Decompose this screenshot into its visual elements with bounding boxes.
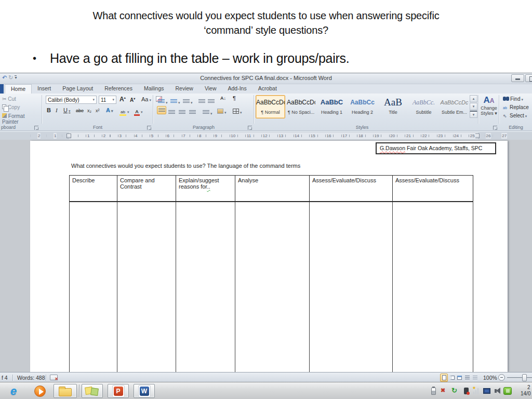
font-size-combo[interactable]: 11	[99, 96, 116, 104]
change-case-button[interactable]: Aa	[141, 96, 151, 102]
titlebar[interactable]: Connectives for SPC GA final.docx - Micr…	[0, 73, 532, 84]
underline-button[interactable]: U	[63, 107, 70, 113]
style--normal[interactable]: AaBbCcDc¶ Normal	[256, 95, 285, 118]
ruler-strip[interactable]: 2112345678910111213141516171819202122232…	[30, 132, 508, 139]
strikethrough-button[interactable]: abe	[76, 108, 84, 113]
media-player-icon[interactable]	[34, 385, 46, 397]
page-indicator[interactable]: f 4	[2, 375, 8, 381]
line-spacing-button[interactable]	[203, 108, 212, 117]
indent-marker[interactable]	[66, 134, 71, 138]
paragraph-dialog-launcher[interactable]	[248, 126, 252, 130]
font-color-button[interactable]: A	[134, 106, 143, 116]
zoom-slider-handle[interactable]	[522, 374, 527, 381]
style-title[interactable]: AaBTitle	[378, 95, 408, 118]
powerpoint-taskbar-button[interactable]	[108, 384, 129, 398]
sync-icon[interactable]: ↻	[451, 387, 457, 394]
tab-add-ins[interactable]: Add-Ins	[222, 84, 252, 94]
highlight-button[interactable]: ab	[119, 106, 129, 116]
tab-home[interactable]: Home	[5, 84, 32, 94]
bold-button[interactable]: B	[47, 107, 51, 113]
explorer-taskbar-button[interactable]	[54, 384, 77, 398]
justify-button[interactable]	[189, 108, 196, 117]
table-header-cell[interactable]: Assess/Evaluate/Discuss	[310, 176, 393, 202]
zoom-slider-track[interactable]	[507, 377, 532, 378]
sort-button[interactable]: A↓	[220, 96, 226, 101]
right-margin-marker[interactable]	[475, 134, 480, 138]
cut-button[interactable]: Cut	[2, 96, 16, 102]
zoom-out-button[interactable]	[498, 374, 505, 381]
tab-view[interactable]: View	[199, 84, 222, 94]
table-header-cell[interactable]: Compare and Contrast	[117, 176, 176, 202]
select-button[interactable]: ⇖Select	[503, 113, 527, 118]
tab-acrobat[interactable]: Acrobat	[252, 84, 283, 94]
numbering-button[interactable]	[170, 97, 180, 106]
view-draft-button[interactable]	[471, 374, 479, 382]
style-heading-2[interactable]: AaBbCcHeading 2	[348, 95, 377, 118]
replace-button[interactable]: abReplace	[503, 104, 529, 110]
tab-references[interactable]: References	[99, 84, 138, 94]
table-header-cell[interactable]: Explain/suggest reasons for..	[176, 176, 235, 202]
table-body-cell[interactable]	[310, 202, 393, 372]
device-icon[interactable]	[464, 388, 469, 394]
speaker-icon[interactable]	[495, 389, 497, 393]
table-body-cell[interactable]	[117, 202, 176, 372]
increase-indent-button[interactable]	[208, 97, 215, 106]
align-right-button[interactable]	[179, 108, 185, 117]
italic-button[interactable]: I	[56, 107, 58, 113]
style--no-spaci-[interactable]: AaBbCcDc¶ No Spaci...	[286, 95, 316, 118]
style-subtle-em-[interactable]: AaBbCcDcSubtle Em...	[440, 95, 469, 118]
shading-button[interactable]	[217, 107, 227, 116]
clipboard-dialog-launcher[interactable]	[34, 126, 38, 130]
word-count[interactable]: Words: 488	[17, 375, 45, 381]
antivirus-icon[interactable]	[503, 387, 512, 395]
doc-table[interactable]: DescribeCompare and ContrastExplain/sugg…	[69, 175, 473, 372]
photo-viewer-taskbar-button[interactable]	[82, 384, 103, 398]
tab-insert[interactable]: Insert	[32, 84, 57, 94]
file-tab[interactable]	[0, 84, 4, 94]
align-left-button[interactable]	[157, 106, 166, 114]
shrink-font-button[interactable]: A▾	[130, 97, 135, 103]
view-fullscreen-reading-button[interactable]	[448, 374, 456, 382]
table-body-cell[interactable]	[70, 202, 117, 372]
tab-page-layout[interactable]: Page Layout	[57, 84, 99, 94]
table-header-cell[interactable]: Describe	[70, 176, 117, 202]
style-heading-1[interactable]: AaBbCHeading 1	[317, 95, 347, 118]
copy-button[interactable]: Copy	[2, 104, 20, 110]
minimize-button[interactable]	[511, 74, 524, 82]
font-dialog-launcher[interactable]	[147, 126, 151, 130]
network-signal-icon[interactable]	[473, 388, 480, 394]
change-styles-button[interactable]: AA Change Styles ▾	[479, 94, 499, 131]
battery-icon[interactable]	[431, 388, 436, 395]
font-family-combo[interactable]: Calibri (Body)	[46, 96, 97, 104]
table-header-cell[interactable]: Analyse	[235, 176, 310, 202]
word-taskbar-button[interactable]	[134, 384, 155, 398]
document-page[interactable]: G.Dawson Fair Oak Academy, Staffs, SPC W…	[30, 141, 508, 372]
proofing-error-icon[interactable]	[50, 375, 58, 380]
internet-explorer-icon[interactable]: e	[10, 384, 17, 398]
display-icon[interactable]	[483, 388, 490, 394]
table-body-cell[interactable]	[176, 202, 235, 372]
subscript-button[interactable]: x₂	[87, 108, 91, 113]
error-icon[interactable]: ✖	[441, 387, 445, 394]
format-painter-button[interactable]: Format Painter	[2, 113, 42, 125]
table-body-cell[interactable]	[235, 202, 310, 372]
multilevel-list-button[interactable]	[183, 97, 193, 106]
styles-expand[interactable]: ▾	[470, 111, 477, 118]
borders-button[interactable]	[233, 107, 242, 116]
view-web-layout-button[interactable]	[456, 374, 463, 382]
bullets-button[interactable]	[158, 97, 168, 106]
styles-dialog-launcher[interactable]	[493, 126, 497, 130]
header-text-box[interactable]: G.Dawson Fair Oak Academy, Staffs, SPC	[376, 142, 496, 154]
align-center-button[interactable]	[168, 108, 175, 117]
taskbar-clock[interactable]: 2 14/0	[521, 384, 532, 398]
view-print-layout-button[interactable]	[440, 374, 448, 382]
maximize-button[interactable]	[525, 74, 532, 82]
tab-mailings[interactable]: Mailings	[138, 84, 170, 94]
superscript-button[interactable]: x²	[96, 108, 100, 113]
table-header-cell[interactable]: Assess/Evaluate/Discuss	[393, 176, 473, 202]
view-outline-button[interactable]	[463, 374, 471, 382]
show-hide-pilcrow-button[interactable]: ¶	[233, 95, 236, 101]
text-effects-button[interactable]: A	[106, 107, 113, 113]
styles-scroll-down[interactable]: ▾	[470, 103, 477, 110]
decrease-indent-button[interactable]	[198, 97, 205, 106]
